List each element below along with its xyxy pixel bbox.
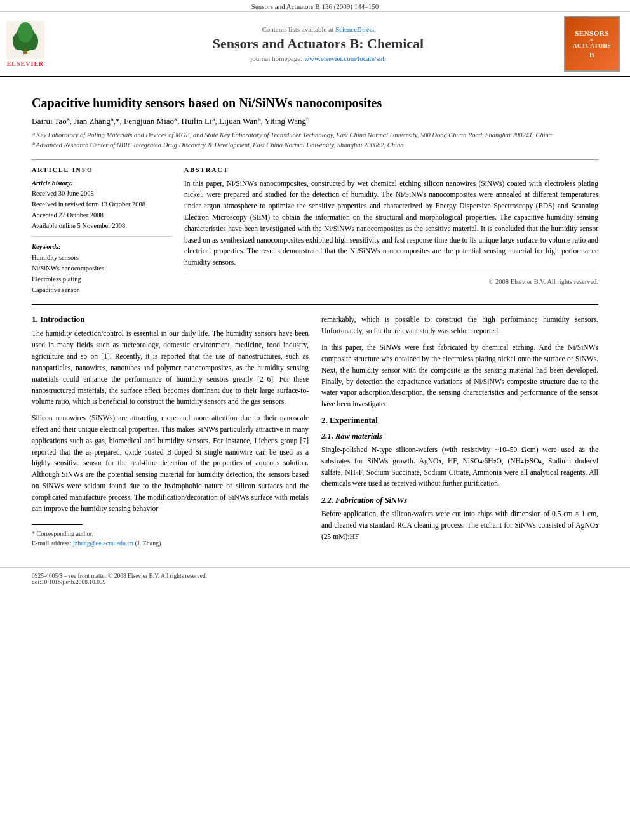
body-right-column: remarkably, which is possible to constru… [321, 314, 598, 548]
accepted-date: Accepted 27 October 2008 [32, 210, 171, 221]
keyword-1: Humidity sensors [32, 253, 171, 263]
elsevier-tree-icon [6, 21, 44, 59]
affiliation-b: ᵇ Advanced Research Center of NBIC Integ… [32, 140, 598, 150]
badge-and: & [590, 37, 594, 43]
main-body: 1. Introduction The humidity detection/c… [32, 304, 598, 548]
intro-section-title: 1. Introduction [32, 314, 309, 324]
journal-citation: Sensors and Actuators B 136 (2009) 144–1… [251, 3, 379, 10]
history-label: Article history: [32, 180, 73, 187]
badge-actuators: ACTUATORS [573, 43, 611, 50]
fabrication-sinws-para: Before application, the silicon-wafers w… [321, 509, 598, 542]
sciencedirect-line: Contents lists available at ScienceDirec… [262, 25, 374, 33]
intro-continuation-2: In this paper, the SiNWs were first fabr… [321, 342, 598, 410]
affiliations: ᵃ Key Laboratory of Poling Materials and… [32, 130, 598, 150]
affiliation-a: ᵃ Key Laboratory of Poling Materials and… [32, 130, 598, 140]
doi-line: doi:10.1016/j.snb.2008.10.039 [32, 579, 598, 585]
intro-para-1: The humidity detection/control is essent… [32, 328, 309, 408]
revised-date: Received in revised form 13 October 2008 [32, 199, 171, 210]
badge-b: B [589, 50, 594, 59]
svg-point-6 [24, 48, 27, 50]
journal-header: ELSEVIER Contents lists available at Sci… [0, 12, 630, 77]
abstract-column: ABSTRACT In this paper, Ni/SiNWs nanocom… [184, 166, 598, 296]
article-info-column: ARTICLE INFO Article history: Received 3… [32, 166, 171, 296]
elsevier-brand-text: ELSEVIER [7, 60, 44, 67]
journal-title-area: Contents lists available at ScienceDirec… [83, 16, 554, 72]
intro-para-2: Silicon nanowires (SiNWs) are attracting… [32, 413, 309, 514]
copyright-line: © 2008 Elsevier B.V. All rights reserved… [184, 274, 598, 285]
article-info-abstract-section: ARTICLE INFO Article history: Received 3… [32, 159, 598, 296]
article-content: Capacitive humidity sensors based on Ni/… [0, 77, 630, 561]
keyword-4: Capacitive sensor [32, 285, 171, 296]
available-date: Available online 5 November 2008 [32, 221, 171, 232]
bottom-bar: 0925-4005/$ – see front matter © 2008 El… [0, 567, 630, 588]
experimental-section-title: 2. Experimental [321, 415, 598, 425]
publisher-logo-area: ELSEVIER [6, 16, 76, 72]
keywords-block: Keywords: Humidity sensors Ni/SiNWs nano… [32, 242, 171, 295]
journal-title: Sensors and Actuators B: Chemical [213, 36, 424, 52]
abstract-text: In this paper, Ni/SiNWs nanocomposites, … [184, 178, 598, 269]
raw-materials-para: Single-polished N-type silicon-wafers (w… [321, 444, 598, 490]
badge-sensors: SENSORS [575, 29, 609, 37]
abstract-heading: ABSTRACT [184, 166, 598, 173]
page-header-bar: Sensors and Actuators B 136 (2009) 144–1… [0, 0, 630, 12]
sensors-actuators-badge: SENSORS & ACTUATORS B [564, 16, 620, 72]
fabrication-sinws-title: 2.2. Fabrication of SiNWs [321, 496, 598, 505]
keyword-3: Electroless plating [32, 274, 171, 285]
article-history-block: Article history: Received 30 June 2008 R… [32, 178, 171, 237]
footnote-email: E-mail address: jzhang@ee.ecnu.edu.cn (J… [32, 538, 309, 548]
issn-line: 0925-4005/$ – see front matter © 2008 El… [32, 573, 598, 579]
svg-point-5 [18, 22, 33, 43]
authors-line: Bairui Taoᵃ, Jian Zhangᵃ,*, Fengjuan Mia… [32, 116, 598, 126]
body-left-column: 1. Introduction The humidity detection/c… [32, 314, 309, 548]
elsevier-logo: ELSEVIER [6, 21, 44, 67]
raw-materials-title: 2.1. Raw materials [321, 432, 598, 441]
footnote-email-link[interactable]: jzhang@ee.ecnu.edu.cn [73, 540, 133, 547]
article-info-heading: ARTICLE INFO [32, 166, 171, 173]
journal-homepage: journal homepage: www.elsevier.com/locat… [250, 55, 386, 62]
footnote-corresponding: * Corresponding author. E-mail address: … [32, 529, 309, 548]
article-title: Capacitive humidity sensors based on Ni/… [32, 95, 598, 111]
keyword-2: Ni/SiNWs nanocomposites [32, 263, 171, 274]
journal-homepage-link[interactable]: www.elsevier.com/locate/snb [304, 55, 386, 62]
sciencedirect-link[interactable]: ScienceDirect [335, 25, 375, 33]
journal-badge-area: SENSORS & ACTUATORS B [560, 16, 624, 72]
intro-continuation-1: remarkably, which is possible to constru… [321, 314, 598, 337]
footnote-divider [32, 524, 83, 525]
keywords-label: Keywords: [32, 243, 61, 250]
received-date: Received 30 June 2008 [32, 189, 171, 199]
